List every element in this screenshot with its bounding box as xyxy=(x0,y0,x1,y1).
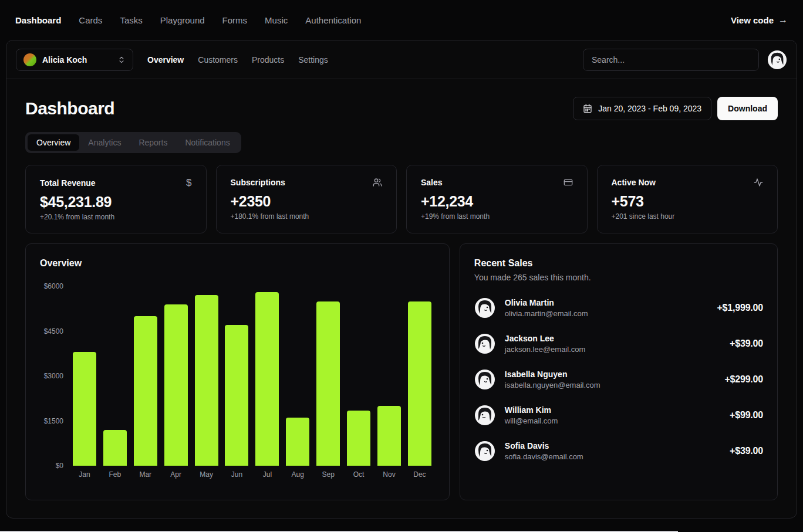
search-input[interactable] xyxy=(583,49,759,71)
users-icon xyxy=(373,178,382,187)
x-axis-label: Oct xyxy=(343,470,374,479)
chart-x-axis: JanFebMarAprMayJunJulAugSepOctNovDec xyxy=(40,470,435,479)
download-button[interactable]: Download xyxy=(717,97,778,120)
customer-name: Olivia Martin xyxy=(505,298,588,307)
bar-apr xyxy=(164,304,188,466)
team-switcher[interactable]: Alicia Koch xyxy=(16,49,133,71)
arrow-right-icon: → xyxy=(778,15,788,25)
y-axis-tick: $4500 xyxy=(44,327,63,336)
topnav-item-music[interactable]: Music xyxy=(265,15,288,25)
customer-email: jackson.lee@email.com xyxy=(505,345,585,354)
tab-list: OverviewAnalyticsReportsNotifications xyxy=(25,132,241,153)
stat-change: +20.1% from last month xyxy=(40,213,192,221)
header-nav-customers[interactable]: Customers xyxy=(198,55,238,65)
sale-row-isabella-nguyen: Isabella Nguyenisabella.nguyen@email.com… xyxy=(474,369,763,390)
main-content: Dashboard Jan 20, 2023 - Feb 09, 2023 Do… xyxy=(6,79,797,500)
sale-amount: +$99.00 xyxy=(730,410,763,421)
tab-notifications[interactable]: Notifications xyxy=(176,134,238,151)
app-header: Alicia Koch OverviewCustomersProductsSet… xyxy=(6,40,797,79)
x-axis-label: Feb xyxy=(100,470,130,479)
stat-card-total-revenue: Total Revenue$$45,231.89+20.1% from last… xyxy=(25,165,207,233)
stat-label: Active Now xyxy=(612,178,656,187)
stat-card-sales: Sales+12,234+19% from last month xyxy=(406,165,588,233)
chevrons-up-down-icon xyxy=(117,56,126,64)
stat-card-subscriptions: Subscriptions+2350+180.1% from last mont… xyxy=(216,165,397,233)
recent-sales-card: Recent Sales You made 265 sales this mon… xyxy=(460,243,778,500)
stat-value: +573 xyxy=(612,193,764,210)
x-axis-label: May xyxy=(191,470,222,479)
stat-value: $45,231.89 xyxy=(40,194,192,211)
x-axis-label: Apr xyxy=(161,470,191,479)
header-nav: OverviewCustomersProductsSettings xyxy=(147,55,328,65)
chart-title: Overview xyxy=(40,258,435,269)
customer-avatar xyxy=(474,297,495,318)
topnav-item-playground[interactable]: Playground xyxy=(160,15,205,25)
stat-value: +12,234 xyxy=(421,193,573,210)
page-title: Dashboard xyxy=(25,99,114,118)
stat-value: +2350 xyxy=(231,193,383,210)
customer-avatar xyxy=(474,369,495,390)
x-axis-label: Dec xyxy=(404,470,435,479)
stat-change: +180.1% from last month xyxy=(231,212,383,221)
x-axis-label: Nov xyxy=(374,470,404,479)
view-code-link[interactable]: View code → xyxy=(731,15,788,25)
y-axis-tick: $3000 xyxy=(44,372,63,380)
sale-row-olivia-martin: Olivia Martinolivia.martin@email.com+$1,… xyxy=(474,297,763,318)
topnav-item-forms[interactable]: Forms xyxy=(222,15,248,25)
customer-name: Isabella Nguyen xyxy=(505,370,600,379)
customer-email: will@email.com xyxy=(505,416,558,425)
x-axis-label: Aug xyxy=(282,470,313,479)
customer-email: sofia.davis@email.com xyxy=(505,452,583,461)
y-axis-tick: $0 xyxy=(56,462,63,470)
bar-jul xyxy=(255,292,279,466)
tab-overview[interactable]: Overview xyxy=(28,134,79,151)
header-nav-settings[interactable]: Settings xyxy=(298,55,328,65)
chart-y-axis: $6000$4500$3000$1500$0 xyxy=(40,286,69,466)
topnav-item-tasks[interactable]: Tasks xyxy=(120,15,142,25)
stat-label: Sales xyxy=(421,178,443,187)
user-avatar[interactable] xyxy=(767,50,787,70)
topnav-item-cards[interactable]: Cards xyxy=(79,15,102,25)
topnav-item-authentication[interactable]: Authentication xyxy=(305,15,361,25)
stat-card-active-now: Active Now+573+201 since last hour xyxy=(597,165,778,233)
dashboard-shell: Alicia Koch OverviewCustomersProductsSet… xyxy=(6,40,797,519)
header-nav-products[interactable]: Products xyxy=(252,55,284,65)
customer-email: olivia.martin@email.com xyxy=(505,309,588,318)
team-avatar xyxy=(23,53,36,66)
customer-name: Jackson Lee xyxy=(505,334,585,343)
sale-row-william-kim: William Kimwill@email.com+$99.00 xyxy=(474,405,763,426)
dollar-sign-icon: $ xyxy=(186,178,191,188)
bar-feb xyxy=(103,430,127,466)
stat-change: +19% from last month xyxy=(421,212,573,221)
tab-reports[interactable]: Reports xyxy=(130,134,176,151)
sale-amount: +$299.00 xyxy=(724,374,763,385)
sale-row-jackson-lee: Jackson Leejackson.lee@email.com+$39.00 xyxy=(474,333,763,354)
recent-sales-subtitle: You made 265 sales this month. xyxy=(474,273,763,282)
sale-row-sofia-davis: Sofia Davissofia.davis@email.com+$39.00 xyxy=(474,440,763,462)
customer-avatar xyxy=(474,440,495,462)
x-axis-label: Sep xyxy=(313,470,343,479)
credit-card-icon xyxy=(564,178,573,187)
date-range-label: Jan 20, 2023 - Feb 09, 2023 xyxy=(598,104,701,113)
date-range-picker[interactable]: Jan 20, 2023 - Feb 09, 2023 xyxy=(573,97,711,120)
topnav-item-dashboard[interactable]: Dashboard xyxy=(15,15,61,25)
sale-amount: +$1,999.00 xyxy=(717,303,763,313)
x-axis-label: Jun xyxy=(222,470,252,479)
customer-avatar xyxy=(474,333,495,354)
sale-amount: +$39.00 xyxy=(730,338,763,349)
customer-name: Sofia Davis xyxy=(505,441,583,450)
tab-analytics[interactable]: Analytics xyxy=(79,134,130,151)
overview-chart-card: Overview $6000$4500$3000$1500$0 JanFebMa… xyxy=(25,243,450,500)
view-code-label: View code xyxy=(731,15,774,25)
bar-chart: $6000$4500$3000$1500$0 xyxy=(40,286,435,466)
stat-label: Total Revenue xyxy=(40,178,96,188)
recent-sales-title: Recent Sales xyxy=(474,258,763,269)
activity-icon xyxy=(754,178,763,187)
x-axis-label: Jul xyxy=(252,470,282,479)
recent-sales-list: Olivia Martinolivia.martin@email.com+$1,… xyxy=(474,297,763,462)
stat-change: +201 since last hour xyxy=(612,212,764,221)
y-axis-tick: $6000 xyxy=(44,282,63,290)
sale-amount: +$39.00 xyxy=(730,446,763,456)
header-nav-overview[interactable]: Overview xyxy=(147,55,184,65)
top-navigation: DashboardCardsTasksPlaygroundFormsMusicA… xyxy=(0,0,803,40)
